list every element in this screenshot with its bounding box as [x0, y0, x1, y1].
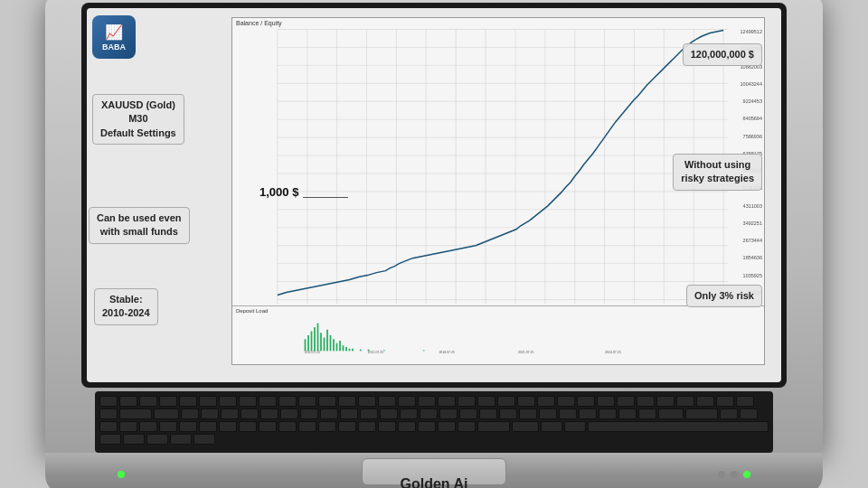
- key[interactable]: [597, 396, 615, 407]
- key[interactable]: [577, 396, 595, 407]
- key[interactable]: [617, 396, 635, 407]
- key[interactable]: [438, 421, 456, 432]
- key[interactable]: [119, 421, 137, 432]
- key[interactable]: [278, 396, 297, 407]
- key[interactable]: [300, 408, 318, 419]
- key[interactable]: [658, 408, 684, 419]
- key[interactable]: [418, 421, 436, 432]
- key[interactable]: [219, 421, 237, 432]
- svg-text:2015.07.25: 2015.07.25: [368, 351, 384, 353]
- key[interactable]: [320, 408, 338, 419]
- risky-strategies-label: Without using risky strategies: [673, 154, 762, 191]
- key[interactable]: [740, 408, 758, 419]
- key[interactable]: [181, 408, 199, 419]
- key[interactable]: [519, 408, 537, 419]
- key[interactable]: [99, 421, 118, 432]
- key[interactable]: [656, 396, 675, 407]
- amount-label: 1,000 $: [259, 185, 298, 199]
- key[interactable]: [499, 408, 517, 419]
- key[interactable]: [259, 421, 277, 432]
- key[interactable]: [418, 396, 436, 407]
- key[interactable]: [119, 396, 137, 407]
- key[interactable]: [338, 396, 356, 407]
- key[interactable]: [360, 408, 378, 419]
- key[interactable]: [99, 434, 121, 445]
- key[interactable]: [618, 408, 637, 419]
- key[interactable]: [201, 408, 219, 419]
- key[interactable]: [398, 396, 416, 407]
- key[interactable]: [318, 396, 336, 407]
- key[interactable]: [193, 434, 215, 445]
- key[interactable]: [557, 396, 575, 407]
- right-indicators: [718, 471, 750, 478]
- key[interactable]: [179, 396, 197, 407]
- key[interactable]: [685, 408, 718, 419]
- key[interactable]: [338, 421, 356, 432]
- key[interactable]: [497, 396, 515, 407]
- key[interactable]: [318, 421, 336, 432]
- key[interactable]: [99, 396, 118, 407]
- key[interactable]: [637, 396, 655, 407]
- key[interactable]: [716, 396, 734, 407]
- key[interactable]: [479, 408, 497, 419]
- key[interactable]: [736, 396, 754, 407]
- key[interactable]: [199, 396, 217, 407]
- key[interactable]: [696, 396, 714, 407]
- key[interactable]: [280, 408, 298, 419]
- key[interactable]: [378, 396, 396, 407]
- key[interactable]: [398, 421, 416, 432]
- key[interactable]: [638, 408, 656, 419]
- key[interactable]: [139, 396, 157, 407]
- keyboard-area: [95, 391, 773, 453]
- key[interactable]: [119, 408, 152, 419]
- spacebar-key[interactable]: [588, 421, 769, 432]
- key[interactable]: [400, 408, 418, 419]
- key[interactable]: [477, 396, 495, 407]
- key[interactable]: [380, 408, 398, 419]
- key[interactable]: [720, 408, 738, 419]
- chart-area: Balance / Equity: [231, 17, 765, 365]
- key[interactable]: [564, 421, 586, 432]
- key[interactable]: [559, 408, 577, 419]
- key[interactable]: [259, 396, 277, 407]
- key[interactable]: [159, 396, 177, 407]
- key[interactable]: [512, 421, 539, 432]
- key[interactable]: [260, 408, 278, 419]
- key[interactable]: [477, 421, 510, 432]
- key[interactable]: [358, 421, 376, 432]
- key[interactable]: [278, 421, 297, 432]
- key[interactable]: [99, 408, 118, 419]
- key[interactable]: [458, 396, 476, 407]
- key[interactable]: [221, 408, 239, 419]
- key[interactable]: [420, 408, 438, 419]
- key[interactable]: [146, 434, 168, 445]
- key[interactable]: [378, 421, 396, 432]
- key[interactable]: [599, 408, 617, 419]
- key[interactable]: [539, 408, 557, 419]
- key[interactable]: [241, 408, 259, 419]
- key[interactable]: [298, 421, 316, 432]
- key[interactable]: [459, 408, 477, 419]
- key[interactable]: [676, 396, 694, 407]
- svg-text:2010.07.25: 2010.07.25: [305, 351, 321, 353]
- key[interactable]: [517, 396, 535, 407]
- key[interactable]: [199, 421, 217, 432]
- key[interactable]: [154, 408, 179, 419]
- key[interactable]: [123, 434, 145, 445]
- key[interactable]: [298, 396, 316, 407]
- key[interactable]: [358, 396, 376, 407]
- key[interactable]: [139, 421, 157, 432]
- key[interactable]: [541, 421, 562, 432]
- key[interactable]: [439, 408, 458, 419]
- key[interactable]: [458, 421, 476, 432]
- key[interactable]: [159, 421, 177, 432]
- key[interactable]: [170, 434, 192, 445]
- key[interactable]: [239, 421, 257, 432]
- key[interactable]: [219, 396, 237, 407]
- key[interactable]: [579, 408, 597, 419]
- key[interactable]: [537, 396, 555, 407]
- key[interactable]: [239, 396, 257, 407]
- key[interactable]: [340, 408, 358, 419]
- key[interactable]: [179, 421, 197, 432]
- key[interactable]: [438, 396, 456, 407]
